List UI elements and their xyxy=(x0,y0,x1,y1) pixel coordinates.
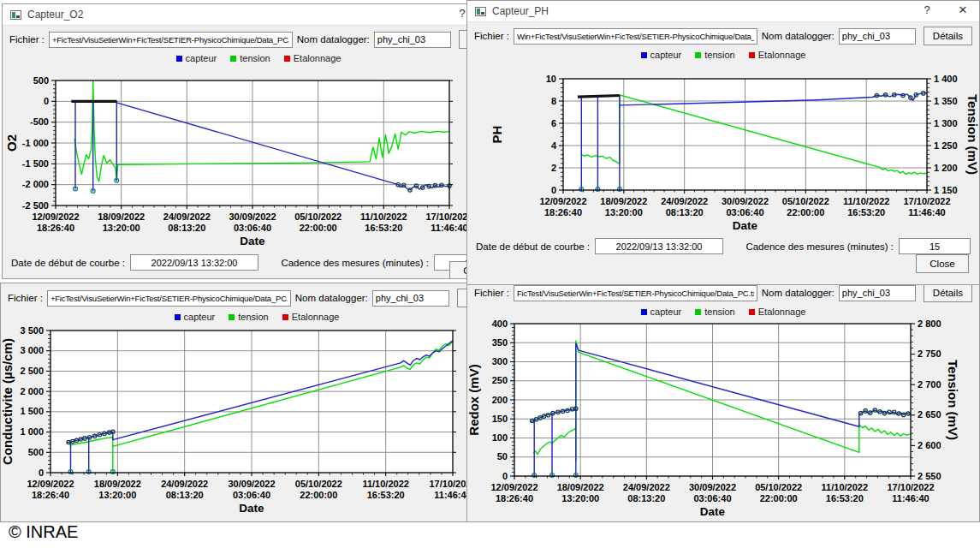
svg-text:1 000: 1 000 xyxy=(20,426,44,437)
legend-label: Etalonnage xyxy=(758,50,806,60)
date-debut-input[interactable] xyxy=(595,238,723,254)
etalonnage-legend-swatch xyxy=(284,56,290,62)
title-bar[interactable]: Capteur_PH ? ✕ xyxy=(467,1,979,22)
svg-text:-2 500: -2 500 xyxy=(22,200,49,211)
legend-label: capteur xyxy=(650,307,682,317)
svg-text:Date: Date xyxy=(700,505,726,518)
title-bar[interactable]: Capteur_O2 ? ✕ xyxy=(3,4,514,26)
svg-text:8: 8 xyxy=(551,96,556,106)
controls-row: Date de début de courbe : Cadence des me… xyxy=(3,253,514,271)
fichier-label: Fichier : xyxy=(9,34,45,45)
svg-text:Tension (mV): Tension (mV) xyxy=(965,94,980,175)
svg-text:PH: PH xyxy=(490,126,504,144)
cadence-label: Cadence des mesures (minutes) : xyxy=(281,258,429,268)
svg-text:Redox (mV): Redox (mV) xyxy=(467,364,481,435)
svg-text:11/10/2022: 11/10/2022 xyxy=(843,196,889,206)
svg-text:13:20:00: 13:20:00 xyxy=(98,490,136,500)
legend-label: capteur xyxy=(184,312,216,322)
svg-text:350: 350 xyxy=(492,337,508,348)
svg-text:22:00:00: 22:00:00 xyxy=(300,223,337,233)
svg-text:0: 0 xyxy=(44,96,49,106)
tension-legend-swatch xyxy=(229,314,235,320)
svg-text:13:20:00: 13:20:00 xyxy=(561,493,599,503)
close-button[interactable]: Close xyxy=(916,254,969,273)
svg-text:05/10/2022: 05/10/2022 xyxy=(295,479,342,489)
ph-chart: 10864201 4001 3501 3001 2501 2001 15012/… xyxy=(467,62,980,233)
svg-text:2 600: 2 600 xyxy=(918,440,941,450)
window-conductivite: Fichier : Nom datalogger: Détails capteu… xyxy=(0,283,514,522)
svg-text:24/09/2022: 24/09/2022 xyxy=(623,482,670,492)
datalogger-input[interactable] xyxy=(374,32,451,48)
svg-text:2 700: 2 700 xyxy=(918,379,941,390)
close-window-button[interactable]: ✕ xyxy=(955,3,971,16)
legend-label: tension xyxy=(240,53,270,63)
svg-text:Date: Date xyxy=(240,235,265,247)
svg-text:Date: Date xyxy=(733,219,758,232)
svg-text:-500: -500 xyxy=(30,116,49,127)
svg-text:Date: Date xyxy=(239,502,264,515)
legend-label: Etalonnage xyxy=(758,307,806,317)
svg-text:0: 0 xyxy=(502,471,508,481)
svg-text:18:26:40: 18:26:40 xyxy=(496,493,533,503)
redox-chart: 4003503002502001501005002 8002 7502 7002… xyxy=(467,319,980,522)
legend-label: tension xyxy=(704,307,734,317)
legend-label: Etalonnage xyxy=(292,312,340,322)
file-path-input[interactable] xyxy=(47,290,291,307)
svg-text:03:06:40: 03:06:40 xyxy=(726,207,763,217)
capteur-legend-swatch xyxy=(641,309,647,315)
date-debut-input[interactable] xyxy=(130,254,258,271)
file-path-input[interactable] xyxy=(514,28,757,45)
svg-text:11/10/2022: 11/10/2022 xyxy=(822,482,868,492)
date-debut-label: Date de début de courbe : xyxy=(11,258,125,268)
svg-text:11:46:40: 11:46:40 xyxy=(431,223,467,233)
capteur-legend-swatch xyxy=(641,52,647,58)
svg-text:1 400: 1 400 xyxy=(934,74,958,84)
datalogger-label: Nom datalogger: xyxy=(762,31,834,41)
svg-text:12/09/2022: 12/09/2022 xyxy=(539,196,586,206)
svg-text:11/10/2022: 11/10/2022 xyxy=(362,479,408,489)
window-title: Capteur_PH xyxy=(492,5,549,17)
legend-label: tension xyxy=(704,50,734,60)
datalogger-input[interactable] xyxy=(839,285,916,301)
svg-text:O2: O2 xyxy=(4,134,19,152)
legend-label: tension xyxy=(238,312,268,322)
svg-text:05/10/2022: 05/10/2022 xyxy=(782,196,829,206)
tension-legend-swatch xyxy=(230,56,236,62)
svg-text:3 500: 3 500 xyxy=(20,325,44,336)
file-path-input[interactable] xyxy=(514,285,757,301)
svg-text:18:26:40: 18:26:40 xyxy=(32,490,69,500)
svg-text:11:46:40: 11:46:40 xyxy=(908,207,945,217)
legend-label: Etalonnage xyxy=(294,53,342,63)
svg-text:500: 500 xyxy=(33,75,49,86)
o2-chart: 5000-500-1 000-1 500-2 000-2 50012/09/20… xyxy=(3,65,515,249)
help-button[interactable]: ? xyxy=(919,3,935,16)
datalogger-input[interactable] xyxy=(372,290,449,307)
chart-legend: capteur tension Etalonnage xyxy=(467,48,979,62)
svg-text:2 500: 2 500 xyxy=(20,366,44,376)
svg-text:2 000: 2 000 xyxy=(20,386,44,396)
legend-label: capteur xyxy=(186,53,217,63)
svg-text:17/10/2022: 17/10/2022 xyxy=(903,196,950,206)
datalogger-label: Nom datalogger: xyxy=(762,288,834,298)
svg-text:250: 250 xyxy=(492,375,508,385)
cadence-input[interactable] xyxy=(899,238,971,254)
file-path-input[interactable] xyxy=(49,32,293,48)
svg-text:12/09/2022: 12/09/2022 xyxy=(27,479,74,489)
details-button[interactable]: Détails xyxy=(924,27,972,45)
svg-text:-1 500: -1 500 xyxy=(22,158,49,169)
svg-text:05/10/2022: 05/10/2022 xyxy=(294,211,342,222)
datalogger-label: Nom datalogger: xyxy=(295,293,368,303)
svg-text:30/09/2022: 30/09/2022 xyxy=(689,482,736,492)
svg-text:3 000: 3 000 xyxy=(20,345,44,355)
svg-text:30/09/2022: 30/09/2022 xyxy=(228,479,275,489)
capteur-legend-swatch xyxy=(175,314,181,320)
svg-text:Conductivite (µs/cm): Conductivite (µs/cm) xyxy=(1,338,15,465)
svg-text:30/09/2022: 30/09/2022 xyxy=(229,211,276,222)
datalogger-input[interactable] xyxy=(839,28,916,45)
fichier-label: Fichier : xyxy=(474,288,509,298)
etalonnage-legend-swatch xyxy=(282,314,288,320)
details-button[interactable]: Détails xyxy=(924,283,972,302)
window-title: Capteur_O2 xyxy=(27,9,83,21)
svg-text:0: 0 xyxy=(551,185,556,195)
desktop: Capteur_O2 ? ✕ Fichier : Nom datalogger:… xyxy=(0,0,980,548)
